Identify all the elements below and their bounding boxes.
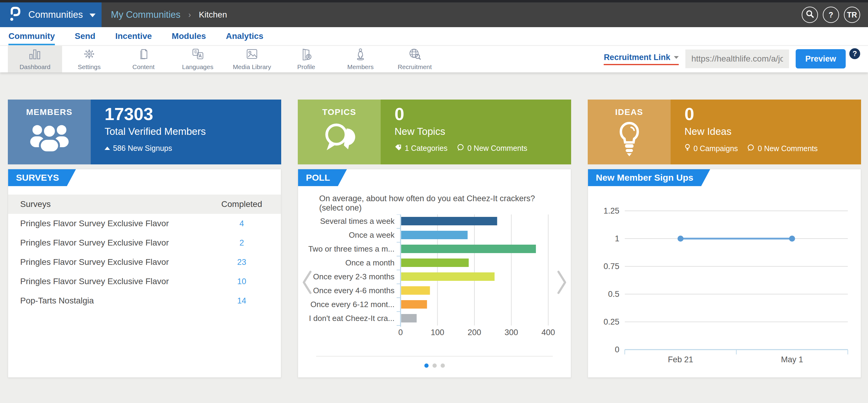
ideas-subtitle: New Ideas [684,126,861,137]
survey-completed-link[interactable]: 14 [215,296,269,306]
svg-text:May 1: May 1 [781,355,803,364]
topics-stat-card: TOPICS 0 New Topics 1 Categories 0 [298,99,571,164]
chevron-left-icon[interactable] [301,269,313,297]
tool-item-dashboard[interactable]: Dashboard [8,46,62,73]
gear-icon [82,48,96,61]
svg-text:0: 0 [398,328,403,337]
column-surveys: Surveys [20,199,51,209]
pages-icon [136,48,150,61]
help-button[interactable]: ? [823,7,839,23]
tool-label: Media Library [233,63,271,70]
breadcrumb: My Communities › Kitchen [111,2,227,27]
app-logo-p-icon [9,5,22,24]
tool-item-content[interactable]: Content [116,46,170,73]
tool-item-members[interactable]: Members [333,46,388,73]
members-card-body: 17303 Total Verified Members 586 New Sig… [91,99,281,164]
tool-label: Members [347,63,374,70]
meta-text: 1 Categories [405,144,447,153]
stat-label: TOPICS [322,107,356,117]
chat-bubbles-icon [321,121,358,155]
help-badge-icon[interactable]: ? [849,48,860,59]
meta-text: 586 New Signups [113,144,172,153]
survey-name: Pringles Flavor Survey Exclusive Flavor [20,257,169,267]
topbar-actions: ? TR [802,2,860,27]
signups-ribbon: New Member Sign Ups [588,169,710,186]
breadcrumb-parent-link[interactable]: My Communities [111,9,181,20]
pagination-dot[interactable] [433,364,437,368]
globe-search-icon [408,48,422,61]
surveys-table-header: Surveys Completed [8,195,281,214]
members-group-icon [29,121,70,154]
table-row[interactable]: Pringles Flavor Survey Exclusive Flavor … [8,272,281,291]
table-row[interactable]: Pop-Tarts Nostalgia 14 [8,291,281,310]
chevron-right-icon[interactable] [556,269,568,297]
recruitment-link-label: Recruitment Link [604,53,670,62]
breadcrumb-current: Kitchen [199,10,227,20]
nav-item-incentive[interactable]: Incentive [115,27,152,45]
tool-item-recruitment[interactable]: Recruitment [388,46,442,73]
meta-text: 0 Campaigns [693,144,738,153]
recruitment-url-input[interactable] [685,50,789,68]
tag-icon [395,144,402,153]
topics-subtitle: New Topics [395,126,571,137]
survey-name: Pringles Flavor Survey Exclusive Flavor [20,277,169,286]
avatar-initials: TR [847,10,857,19]
toolbar-right: Recruitment Link Preview ? [604,45,860,73]
topics-count: 0 [395,105,571,123]
search-icon [806,10,814,20]
svg-text:0.5: 0.5 [608,290,619,299]
ideas-card-body: 0 New Ideas 0 Campaigns 0 New Comments [671,99,861,164]
ideas-card-label-section: IDEAS [588,99,671,164]
folder-user-icon [299,48,313,61]
ideas-stat-card: IDEAS 0 New Ideas 0 Campaigns [588,99,861,164]
tool-item-settings[interactable]: Settings [62,46,116,73]
topics-card-label-section: TOPICS [298,99,381,164]
svg-text:Once a week: Once a week [349,230,395,239]
nav-item-send[interactable]: Send [75,27,95,45]
survey-name: Pop-Tarts Nostalgia [20,296,94,306]
translate-icon [191,48,205,61]
nav-item-modules[interactable]: Modules [172,27,206,45]
svg-text:100: 100 [431,328,444,337]
svg-text:Two or three times a m...: Two or three times a m... [308,244,395,253]
survey-completed-link[interactable]: 2 [215,238,269,248]
surveys-table-body: Pringles Flavor Survey Exclusive Flavor … [8,214,281,310]
primary-nav: Community Send Incentive Modules Analyti… [0,27,868,45]
categories-meta: 1 Categories [395,144,447,153]
arrow-up-icon [104,147,110,150]
new-signups-meta: 586 New Signups [104,144,172,153]
ideas-count: 0 [684,105,861,123]
breadcrumb-separator-icon: › [188,10,191,20]
svg-text:1: 1 [615,234,619,243]
preview-button[interactable]: Preview [796,49,846,68]
search-button[interactable] [802,7,818,23]
tool-item-media-library[interactable]: Media Library [225,46,279,73]
poll-bar-chart: 0100200300400Several times a weekOnce a … [298,214,571,341]
members-stat-card: MEMBERS 17303 Total Verified Members 586… [8,99,281,164]
tool-item-profile[interactable]: Profile [279,46,333,73]
avatar[interactable]: TR [844,7,860,23]
top-bar: Communities My Communities › Kitchen ? T… [0,2,868,27]
svg-text:Once every 2-3 months: Once every 2-3 months [313,272,395,281]
signups-line-chart: 1.2510.750.50.250Feb 21May 1 [588,205,861,368]
svg-text:Feb 21: Feb 21 [668,355,693,364]
svg-text:400: 400 [541,328,555,337]
app-switcher[interactable]: Communities [0,2,101,27]
column-completed: Completed [215,199,269,209]
nav-item-analytics[interactable]: Analytics [226,27,264,45]
tool-label: Settings [78,63,101,70]
pagination-dot[interactable] [424,364,429,368]
survey-completed-link[interactable]: 23 [215,258,269,267]
table-row[interactable]: Pringles Flavor Survey Exclusive Flavor … [8,233,281,253]
table-row[interactable]: Pringles Flavor Survey Exclusive Flavor … [8,214,281,233]
tool-item-languages[interactable]: Languages [170,46,225,73]
recruitment-link-dropdown[interactable]: Recruitment Link [604,53,679,65]
pagination-dot[interactable] [441,364,445,368]
comment-icon [457,144,464,153]
poll-ribbon: POLL [298,169,347,186]
table-row[interactable]: Pringles Flavor Survey Exclusive Flavor … [8,253,281,272]
survey-completed-link[interactable]: 10 [215,277,269,286]
stat-label: IDEAS [615,107,643,117]
survey-completed-link[interactable]: 4 [215,219,269,228]
nav-item-community[interactable]: Community [8,27,55,45]
